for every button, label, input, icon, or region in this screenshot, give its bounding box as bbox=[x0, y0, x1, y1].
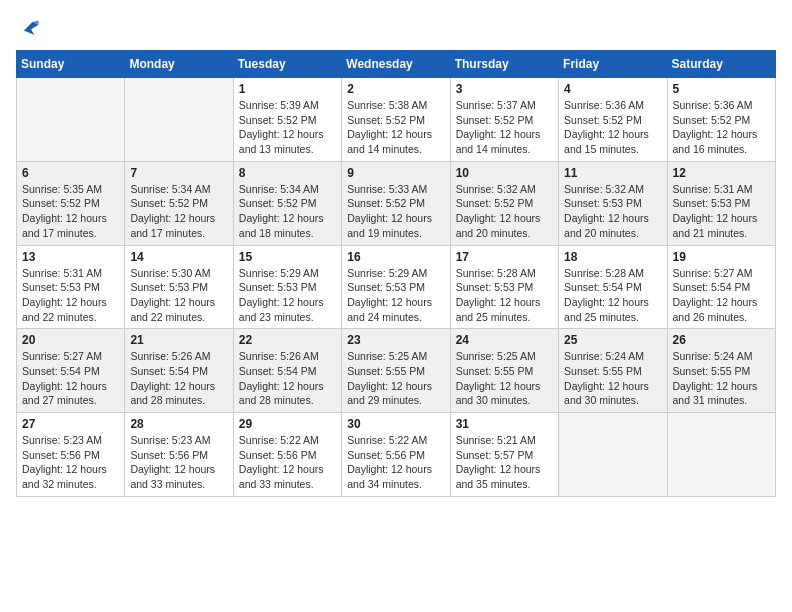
day-number: 20 bbox=[22, 333, 119, 347]
cell-info: Sunrise: 5:34 AM Sunset: 5:52 PM Dayligh… bbox=[239, 182, 336, 241]
calendar-cell: 13Sunrise: 5:31 AM Sunset: 5:53 PM Dayli… bbox=[17, 245, 125, 329]
calendar-table: SundayMondayTuesdayWednesdayThursdayFrid… bbox=[16, 50, 776, 497]
day-number: 19 bbox=[673, 250, 770, 264]
calendar-week-row: 20Sunrise: 5:27 AM Sunset: 5:54 PM Dayli… bbox=[17, 329, 776, 413]
calendar-cell bbox=[125, 78, 233, 162]
cell-info: Sunrise: 5:24 AM Sunset: 5:55 PM Dayligh… bbox=[673, 349, 770, 408]
day-number: 1 bbox=[239, 82, 336, 96]
day-number: 14 bbox=[130, 250, 227, 264]
calendar-header-row: SundayMondayTuesdayWednesdayThursdayFrid… bbox=[17, 51, 776, 78]
cell-info: Sunrise: 5:27 AM Sunset: 5:54 PM Dayligh… bbox=[22, 349, 119, 408]
cell-info: Sunrise: 5:33 AM Sunset: 5:52 PM Dayligh… bbox=[347, 182, 444, 241]
calendar-cell: 17Sunrise: 5:28 AM Sunset: 5:53 PM Dayli… bbox=[450, 245, 558, 329]
day-number: 17 bbox=[456, 250, 553, 264]
day-number: 22 bbox=[239, 333, 336, 347]
cell-info: Sunrise: 5:26 AM Sunset: 5:54 PM Dayligh… bbox=[239, 349, 336, 408]
calendar-cell bbox=[667, 413, 775, 497]
calendar-cell: 21Sunrise: 5:26 AM Sunset: 5:54 PM Dayli… bbox=[125, 329, 233, 413]
cell-info: Sunrise: 5:36 AM Sunset: 5:52 PM Dayligh… bbox=[673, 98, 770, 157]
day-number: 11 bbox=[564, 166, 661, 180]
calendar-cell: 5Sunrise: 5:36 AM Sunset: 5:52 PM Daylig… bbox=[667, 78, 775, 162]
cell-info: Sunrise: 5:24 AM Sunset: 5:55 PM Dayligh… bbox=[564, 349, 661, 408]
cell-info: Sunrise: 5:31 AM Sunset: 5:53 PM Dayligh… bbox=[22, 266, 119, 325]
svg-marker-0 bbox=[24, 22, 39, 35]
day-number: 18 bbox=[564, 250, 661, 264]
cell-info: Sunrise: 5:22 AM Sunset: 5:56 PM Dayligh… bbox=[347, 433, 444, 492]
cell-info: Sunrise: 5:23 AM Sunset: 5:56 PM Dayligh… bbox=[130, 433, 227, 492]
cell-info: Sunrise: 5:25 AM Sunset: 5:55 PM Dayligh… bbox=[456, 349, 553, 408]
calendar-cell bbox=[17, 78, 125, 162]
cell-info: Sunrise: 5:28 AM Sunset: 5:54 PM Dayligh… bbox=[564, 266, 661, 325]
cell-info: Sunrise: 5:34 AM Sunset: 5:52 PM Dayligh… bbox=[130, 182, 227, 241]
calendar-cell: 11Sunrise: 5:32 AM Sunset: 5:53 PM Dayli… bbox=[559, 161, 667, 245]
calendar-cell: 6Sunrise: 5:35 AM Sunset: 5:52 PM Daylig… bbox=[17, 161, 125, 245]
day-number: 4 bbox=[564, 82, 661, 96]
day-number: 2 bbox=[347, 82, 444, 96]
day-number: 23 bbox=[347, 333, 444, 347]
day-number: 27 bbox=[22, 417, 119, 431]
calendar-cell: 29Sunrise: 5:22 AM Sunset: 5:56 PM Dayli… bbox=[233, 413, 341, 497]
day-number: 9 bbox=[347, 166, 444, 180]
calendar-cell: 27Sunrise: 5:23 AM Sunset: 5:56 PM Dayli… bbox=[17, 413, 125, 497]
day-number: 10 bbox=[456, 166, 553, 180]
cell-info: Sunrise: 5:36 AM Sunset: 5:52 PM Dayligh… bbox=[564, 98, 661, 157]
calendar-week-row: 13Sunrise: 5:31 AM Sunset: 5:53 PM Dayli… bbox=[17, 245, 776, 329]
day-of-week-header: Wednesday bbox=[342, 51, 450, 78]
calendar-cell: 26Sunrise: 5:24 AM Sunset: 5:55 PM Dayli… bbox=[667, 329, 775, 413]
day-number: 26 bbox=[673, 333, 770, 347]
cell-info: Sunrise: 5:35 AM Sunset: 5:52 PM Dayligh… bbox=[22, 182, 119, 241]
calendar-cell: 10Sunrise: 5:32 AM Sunset: 5:52 PM Dayli… bbox=[450, 161, 558, 245]
cell-info: Sunrise: 5:28 AM Sunset: 5:53 PM Dayligh… bbox=[456, 266, 553, 325]
day-number: 5 bbox=[673, 82, 770, 96]
day-of-week-header: Monday bbox=[125, 51, 233, 78]
day-number: 8 bbox=[239, 166, 336, 180]
calendar-cell: 14Sunrise: 5:30 AM Sunset: 5:53 PM Dayli… bbox=[125, 245, 233, 329]
page-header bbox=[16, 16, 776, 38]
day-of-week-header: Saturday bbox=[667, 51, 775, 78]
cell-info: Sunrise: 5:25 AM Sunset: 5:55 PM Dayligh… bbox=[347, 349, 444, 408]
calendar-cell: 15Sunrise: 5:29 AM Sunset: 5:53 PM Dayli… bbox=[233, 245, 341, 329]
day-of-week-header: Friday bbox=[559, 51, 667, 78]
calendar-cell: 2Sunrise: 5:38 AM Sunset: 5:52 PM Daylig… bbox=[342, 78, 450, 162]
cell-info: Sunrise: 5:39 AM Sunset: 5:52 PM Dayligh… bbox=[239, 98, 336, 157]
logo-bird-icon bbox=[18, 16, 40, 38]
calendar-cell: 30Sunrise: 5:22 AM Sunset: 5:56 PM Dayli… bbox=[342, 413, 450, 497]
day-number: 15 bbox=[239, 250, 336, 264]
calendar-cell: 12Sunrise: 5:31 AM Sunset: 5:53 PM Dayli… bbox=[667, 161, 775, 245]
calendar-cell: 24Sunrise: 5:25 AM Sunset: 5:55 PM Dayli… bbox=[450, 329, 558, 413]
cell-info: Sunrise: 5:22 AM Sunset: 5:56 PM Dayligh… bbox=[239, 433, 336, 492]
calendar-cell: 28Sunrise: 5:23 AM Sunset: 5:56 PM Dayli… bbox=[125, 413, 233, 497]
calendar-week-row: 27Sunrise: 5:23 AM Sunset: 5:56 PM Dayli… bbox=[17, 413, 776, 497]
cell-info: Sunrise: 5:32 AM Sunset: 5:53 PM Dayligh… bbox=[564, 182, 661, 241]
day-number: 7 bbox=[130, 166, 227, 180]
cell-info: Sunrise: 5:30 AM Sunset: 5:53 PM Dayligh… bbox=[130, 266, 227, 325]
cell-info: Sunrise: 5:32 AM Sunset: 5:52 PM Dayligh… bbox=[456, 182, 553, 241]
cell-info: Sunrise: 5:23 AM Sunset: 5:56 PM Dayligh… bbox=[22, 433, 119, 492]
cell-info: Sunrise: 5:31 AM Sunset: 5:53 PM Dayligh… bbox=[673, 182, 770, 241]
calendar-cell: 4Sunrise: 5:36 AM Sunset: 5:52 PM Daylig… bbox=[559, 78, 667, 162]
day-number: 6 bbox=[22, 166, 119, 180]
day-number: 28 bbox=[130, 417, 227, 431]
calendar-cell: 3Sunrise: 5:37 AM Sunset: 5:52 PM Daylig… bbox=[450, 78, 558, 162]
day-number: 24 bbox=[456, 333, 553, 347]
day-number: 21 bbox=[130, 333, 227, 347]
cell-info: Sunrise: 5:37 AM Sunset: 5:52 PM Dayligh… bbox=[456, 98, 553, 157]
calendar-cell: 31Sunrise: 5:21 AM Sunset: 5:57 PM Dayli… bbox=[450, 413, 558, 497]
day-number: 13 bbox=[22, 250, 119, 264]
calendar-cell: 8Sunrise: 5:34 AM Sunset: 5:52 PM Daylig… bbox=[233, 161, 341, 245]
day-number: 25 bbox=[564, 333, 661, 347]
cell-info: Sunrise: 5:26 AM Sunset: 5:54 PM Dayligh… bbox=[130, 349, 227, 408]
cell-info: Sunrise: 5:38 AM Sunset: 5:52 PM Dayligh… bbox=[347, 98, 444, 157]
cell-info: Sunrise: 5:27 AM Sunset: 5:54 PM Dayligh… bbox=[673, 266, 770, 325]
calendar-cell: 7Sunrise: 5:34 AM Sunset: 5:52 PM Daylig… bbox=[125, 161, 233, 245]
calendar-cell: 25Sunrise: 5:24 AM Sunset: 5:55 PM Dayli… bbox=[559, 329, 667, 413]
day-number: 3 bbox=[456, 82, 553, 96]
day-number: 31 bbox=[456, 417, 553, 431]
day-of-week-header: Tuesday bbox=[233, 51, 341, 78]
calendar-cell: 1Sunrise: 5:39 AM Sunset: 5:52 PM Daylig… bbox=[233, 78, 341, 162]
calendar-week-row: 1Sunrise: 5:39 AM Sunset: 5:52 PM Daylig… bbox=[17, 78, 776, 162]
calendar-cell: 22Sunrise: 5:26 AM Sunset: 5:54 PM Dayli… bbox=[233, 329, 341, 413]
day-number: 12 bbox=[673, 166, 770, 180]
day-number: 29 bbox=[239, 417, 336, 431]
calendar-cell bbox=[559, 413, 667, 497]
